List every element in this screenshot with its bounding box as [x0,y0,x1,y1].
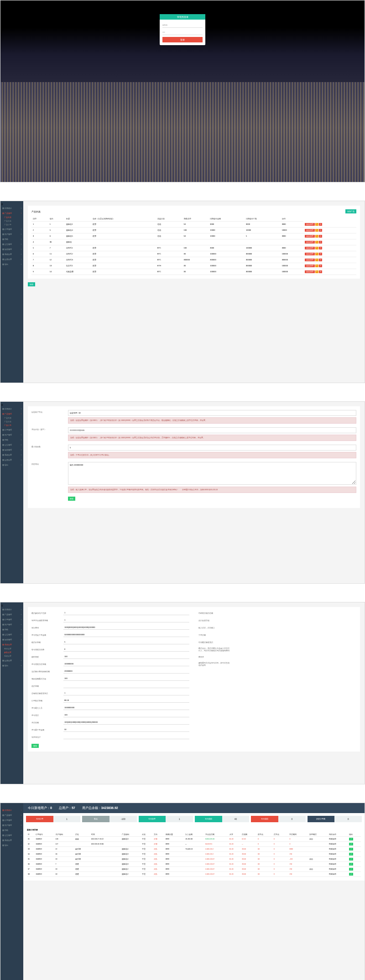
setting-input[interactable] [63,633,189,637]
delete-button[interactable]: ✕ [319,253,322,255]
setting-input[interactable] [63,654,189,659]
sidebar-subitem[interactable]: 基本设置 [0,647,23,651]
sidebar-item[interactable]: ☰ 公告管理› [0,442,23,447]
setting-input[interactable] [63,640,189,644]
row-action-button[interactable]: ✓ [349,838,353,840]
setting-input[interactable] [63,611,189,615]
sidebar-subitem[interactable]: 产品订单 [0,223,23,227]
row-action-button[interactable]: ✓ [349,863,353,866]
edit-button[interactable]: ✎ [315,264,318,267]
delete-button[interactable]: ✕ [319,264,322,267]
sidebar-item[interactable]: ☰ 系统设置› [0,452,23,457]
action-button[interactable]: 点击排序 [305,241,315,244]
submit-button[interactable]: 保存 [68,497,75,501]
sidebar-subitem[interactable]: 产品列表 [0,416,23,420]
setting-input[interactable] [63,720,189,725]
password-input[interactable] [162,30,203,35]
sidebar-item[interactable]: ☰ 公告管理› [0,632,23,637]
setting-input[interactable] [63,669,189,674]
sidebar-item[interactable]: ☰ 产品管理› [0,211,23,216]
edit-button[interactable]: ✎ [315,229,318,232]
sidebar-item[interactable]: ☰ 系统设置› [0,642,23,647]
sidebar-item[interactable]: ☰ 订单管理› [0,818,23,823]
action-button[interactable]: 点击排序 [305,229,315,232]
delete-button[interactable]: ✕ [319,235,322,238]
delete-button[interactable]: ✕ [319,223,322,226]
sidebar-item[interactable]: ☰ 用户管理› [0,823,23,828]
sidebar-item[interactable]: ☰ 系统设置› [0,838,23,843]
setting-input[interactable] [63,647,189,652]
edit-button[interactable]: ✎ [315,235,318,238]
row-action-button[interactable]: ✓ [349,848,353,850]
setting-input[interactable] [63,684,189,688]
sidebar-item[interactable]: ☰ 短信管理› [0,637,23,642]
setting-input[interactable] [63,727,189,732]
add-product-button[interactable]: 添加产品 [345,209,356,213]
sidebar-item[interactable]: ☰ 帮助› [0,627,23,632]
sidebar-item[interactable]: ☰ 运营设置› [0,257,23,262]
username-input[interactable] [162,22,203,28]
sidebar-item[interactable]: ☰ 用户管理› [0,432,23,437]
sidebar-subitem[interactable]: 系统设置 [0,654,23,658]
row-action-button[interactable]: ✓ [349,858,353,861]
sidebar-item[interactable]: ☰ 退出› [0,843,23,848]
sidebar-item[interactable]: ☰ 仪表统计› [0,607,23,612]
delete-button[interactable]: ✕ [319,241,322,244]
sidebar-item[interactable]: ☰ 订单管理› [0,617,23,622]
row-action-button[interactable]: ✓ [349,853,353,856]
sidebar-item[interactable]: ☰ 产品管理› [0,411,23,416]
sidebar-item[interactable]: ☰ 仪表统计› [0,206,23,211]
edit-button[interactable]: ✎ [315,253,318,255]
setting-input[interactable] [63,705,189,710]
setting-input[interactable] [63,662,189,666]
action-button[interactable]: 点击排序 [305,264,315,267]
sidebar-item[interactable]: ☰ 仪表统计› [0,406,23,411]
edit-button[interactable]: ✎ [315,270,318,273]
delete-button[interactable]: ✕ [319,259,322,261]
delete-button[interactable]: ✕ [319,270,322,273]
sidebar-item[interactable]: ☰ 公告管理› [0,833,23,838]
setting-input[interactable] [63,691,189,695]
sidebar-item[interactable]: ☰ 退出› [0,262,23,267]
setting-input[interactable] [63,713,189,717]
sidebar-item[interactable]: ☰ 产品管理› [0,612,23,617]
row-action-button[interactable]: ✓ [349,873,353,876]
action-button[interactable]: 点击排序 [305,223,315,226]
menu-icon[interactable]: ≡ [1,604,3,607]
setting-input[interactable] [63,698,189,703]
sidebar-item[interactable]: ☰ 短信管理› [0,247,23,252]
form-input[interactable] [68,410,356,416]
edit-button[interactable]: ✎ [315,223,318,226]
sidebar-subitem[interactable]: 产品列表 [0,216,23,219]
setting-input[interactable] [63,735,189,739]
sidebar-item[interactable]: ☰ 运营设置› [0,658,23,663]
action-button[interactable]: 点击排序 [305,253,315,255]
login-button[interactable]: 登录 [162,37,203,42]
sidebar-item[interactable]: ☰ 公告管理› [0,242,23,247]
form-input[interactable] [68,427,356,433]
form-textarea[interactable] [68,462,356,485]
sidebar-item[interactable]: ☰ 短信管理› [0,447,23,452]
menu-icon[interactable]: ≡ [1,404,3,406]
action-button[interactable]: 点击排序 [305,270,315,273]
sidebar-item[interactable]: ☰ 运营设置› [0,457,23,462]
sidebar-subitem[interactable]: 产品分类 [0,420,23,424]
edit-button[interactable]: ✎ [315,241,318,244]
sidebar-subitem[interactable]: 参数设置 [0,651,23,654]
action-button[interactable]: 点击排序 [305,259,315,261]
sidebar-subitem[interactable]: 产品分类 [0,219,23,223]
sidebar-item[interactable]: ☰ 用户管理› [0,232,23,237]
sidebar-item[interactable]: ☰ 帮助› [0,437,23,442]
delete-button[interactable]: ✕ [319,229,322,232]
row-action-button[interactable]: ✓ [349,868,353,871]
sidebar-item[interactable]: ☰ 仪表统计› [0,808,23,813]
sidebar-item[interactable]: ☰ 帮助› [0,828,23,833]
edit-button[interactable]: ✎ [315,259,318,261]
edit-button[interactable]: ✎ [315,247,318,249]
sidebar-item[interactable]: ☰ 用户管理› [0,622,23,627]
sidebar-subitem[interactable]: 产品订单 [0,424,23,427]
form-input[interactable] [68,445,356,451]
action-button[interactable]: 点击排序 [305,235,315,238]
delete-button[interactable]: ✕ [319,247,322,249]
sidebar-item[interactable]: ☰ 退出› [0,663,23,668]
